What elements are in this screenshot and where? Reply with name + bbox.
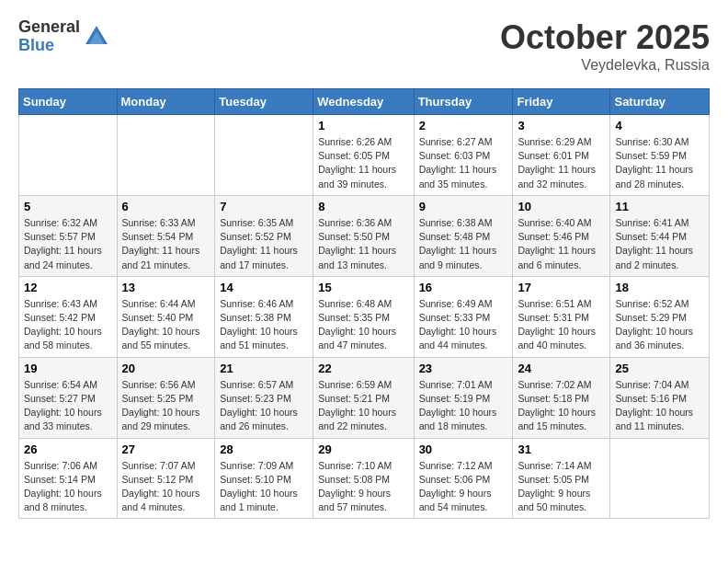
calendar-cell: 11Sunrise: 6:41 AM Sunset: 5:44 PM Dayli… (610, 195, 710, 276)
day-number: 30 (419, 442, 508, 456)
location: Veydelevka, Russia (500, 57, 710, 74)
calendar-cell: 29Sunrise: 7:10 AM Sunset: 5:08 PM Dayli… (313, 438, 414, 519)
day-info: Sunrise: 6:54 AM Sunset: 5:27 PM Dayligh… (24, 378, 112, 434)
calendar-cell: 31Sunrise: 7:14 AM Sunset: 5:05 PM Dayli… (513, 438, 610, 519)
day-number: 31 (518, 442, 605, 456)
weekday-header-thursday: Thursday (414, 89, 513, 115)
day-info: Sunrise: 6:27 AM Sunset: 6:03 PM Dayligh… (419, 135, 508, 191)
calendar-cell: 21Sunrise: 6:57 AM Sunset: 5:23 PM Dayli… (215, 357, 313, 438)
day-number: 15 (318, 281, 408, 294)
calendar-cell: 26Sunrise: 7:06 AM Sunset: 5:14 PM Dayli… (19, 438, 118, 519)
day-info: Sunrise: 7:09 AM Sunset: 5:10 PM Dayligh… (220, 459, 308, 515)
page-header: General Blue October 2025 Veydelevka, Ru… (18, 18, 710, 74)
weekday-header-monday: Monday (117, 89, 215, 115)
week-row-1: 1Sunrise: 6:26 AM Sunset: 6:05 PM Daylig… (19, 115, 710, 196)
day-info: Sunrise: 6:46 AM Sunset: 5:38 PM Dayligh… (220, 297, 308, 353)
day-info: Sunrise: 6:32 AM Sunset: 5:57 PM Dayligh… (24, 216, 112, 272)
day-number: 3 (518, 119, 605, 132)
calendar-cell: 7Sunrise: 6:35 AM Sunset: 5:52 PM Daylig… (215, 195, 313, 276)
calendar-cell: 14Sunrise: 6:46 AM Sunset: 5:38 PM Dayli… (215, 276, 313, 357)
day-info: Sunrise: 6:48 AM Sunset: 5:35 PM Dayligh… (318, 297, 408, 353)
calendar-cell: 30Sunrise: 7:12 AM Sunset: 5:06 PM Dayli… (414, 438, 513, 519)
day-info: Sunrise: 7:14 AM Sunset: 5:05 PM Dayligh… (518, 459, 605, 515)
calendar-header: SundayMondayTuesdayWednesdayThursdayFrid… (19, 89, 710, 115)
calendar-cell: 20Sunrise: 6:56 AM Sunset: 5:25 PM Dayli… (117, 357, 215, 438)
day-info: Sunrise: 7:12 AM Sunset: 5:06 PM Dayligh… (419, 459, 508, 515)
day-number: 5 (24, 200, 112, 213)
calendar-cell (610, 438, 710, 519)
logo-general-text: General (18, 18, 80, 37)
calendar-cell: 28Sunrise: 7:09 AM Sunset: 5:10 PM Dayli… (215, 438, 313, 519)
calendar-cell: 6Sunrise: 6:33 AM Sunset: 5:54 PM Daylig… (117, 195, 215, 276)
day-number: 19 (24, 362, 112, 375)
day-number: 6 (122, 200, 210, 213)
calendar-table: SundayMondayTuesdayWednesdayThursdayFrid… (18, 88, 710, 519)
day-info: Sunrise: 7:02 AM Sunset: 5:18 PM Dayligh… (518, 378, 605, 434)
week-row-3: 12Sunrise: 6:43 AM Sunset: 5:42 PM Dayli… (19, 276, 710, 357)
day-number: 14 (220, 281, 308, 294)
day-info: Sunrise: 6:49 AM Sunset: 5:33 PM Dayligh… (419, 297, 508, 353)
day-info: Sunrise: 7:04 AM Sunset: 5:16 PM Dayligh… (615, 378, 704, 434)
weekday-header-sunday: Sunday (19, 89, 118, 115)
day-info: Sunrise: 6:43 AM Sunset: 5:42 PM Dayligh… (24, 297, 112, 353)
day-number: 7 (220, 200, 308, 213)
day-info: Sunrise: 6:33 AM Sunset: 5:54 PM Dayligh… (122, 216, 210, 272)
weekday-header-tuesday: Tuesday (215, 89, 313, 115)
day-number: 17 (518, 281, 605, 294)
day-info: Sunrise: 7:06 AM Sunset: 5:14 PM Dayligh… (24, 459, 112, 515)
day-info: Sunrise: 6:36 AM Sunset: 5:50 PM Dayligh… (318, 216, 408, 272)
day-info: Sunrise: 6:29 AM Sunset: 6:01 PM Dayligh… (518, 135, 605, 191)
day-number: 20 (122, 362, 210, 375)
day-info: Sunrise: 6:44 AM Sunset: 5:40 PM Dayligh… (122, 297, 210, 353)
month-title: October 2025 (500, 18, 710, 57)
calendar-cell: 15Sunrise: 6:48 AM Sunset: 5:35 PM Dayli… (313, 276, 414, 357)
calendar-cell: 12Sunrise: 6:43 AM Sunset: 5:42 PM Dayli… (19, 276, 118, 357)
day-info: Sunrise: 6:40 AM Sunset: 5:46 PM Dayligh… (518, 216, 605, 272)
calendar-cell: 17Sunrise: 6:51 AM Sunset: 5:31 PM Dayli… (513, 276, 610, 357)
day-number: 22 (318, 362, 408, 375)
day-number: 1 (318, 119, 408, 132)
day-number: 28 (220, 442, 308, 456)
calendar-cell: 9Sunrise: 6:38 AM Sunset: 5:48 PM Daylig… (414, 195, 513, 276)
day-number: 12 (24, 281, 112, 294)
calendar-cell: 18Sunrise: 6:52 AM Sunset: 5:29 PM Dayli… (610, 276, 710, 357)
day-number: 18 (615, 281, 704, 294)
day-number: 25 (615, 362, 704, 375)
weekday-header-friday: Friday (513, 89, 610, 115)
day-number: 23 (419, 362, 508, 375)
day-number: 4 (615, 119, 704, 132)
week-row-5: 26Sunrise: 7:06 AM Sunset: 5:14 PM Dayli… (19, 438, 710, 519)
calendar-cell: 25Sunrise: 7:04 AM Sunset: 5:16 PM Dayli… (610, 357, 710, 438)
calendar-cell (215, 115, 313, 196)
day-info: Sunrise: 7:10 AM Sunset: 5:08 PM Dayligh… (318, 459, 408, 515)
day-info: Sunrise: 7:07 AM Sunset: 5:12 PM Dayligh… (122, 459, 210, 515)
day-number: 11 (615, 200, 704, 213)
day-number: 8 (318, 200, 408, 213)
day-number: 27 (122, 442, 210, 456)
title-block: October 2025 Veydelevka, Russia (500, 18, 710, 74)
day-info: Sunrise: 6:35 AM Sunset: 5:52 PM Dayligh… (220, 216, 308, 272)
calendar-cell: 1Sunrise: 6:26 AM Sunset: 6:05 PM Daylig… (313, 115, 414, 196)
day-number: 16 (419, 281, 508, 294)
day-number: 26 (24, 442, 112, 456)
week-row-4: 19Sunrise: 6:54 AM Sunset: 5:27 PM Dayli… (19, 357, 710, 438)
calendar-cell: 13Sunrise: 6:44 AM Sunset: 5:40 PM Dayli… (117, 276, 215, 357)
calendar-cell: 19Sunrise: 6:54 AM Sunset: 5:27 PM Dayli… (19, 357, 118, 438)
week-row-2: 5Sunrise: 6:32 AM Sunset: 5:57 PM Daylig… (19, 195, 710, 276)
calendar-cell: 24Sunrise: 7:02 AM Sunset: 5:18 PM Dayli… (513, 357, 610, 438)
day-info: Sunrise: 6:51 AM Sunset: 5:31 PM Dayligh… (518, 297, 605, 353)
calendar-cell: 10Sunrise: 6:40 AM Sunset: 5:46 PM Dayli… (513, 195, 610, 276)
day-number: 2 (419, 119, 508, 132)
day-number: 24 (518, 362, 605, 375)
day-number: 13 (122, 281, 210, 294)
calendar-body: 1Sunrise: 6:26 AM Sunset: 6:05 PM Daylig… (19, 115, 710, 519)
day-info: Sunrise: 6:59 AM Sunset: 5:21 PM Dayligh… (318, 378, 408, 434)
weekday-header-saturday: Saturday (610, 89, 710, 115)
calendar-cell: 8Sunrise: 6:36 AM Sunset: 5:50 PM Daylig… (313, 195, 414, 276)
calendar-cell: 23Sunrise: 7:01 AM Sunset: 5:19 PM Dayli… (414, 357, 513, 438)
calendar-cell: 5Sunrise: 6:32 AM Sunset: 5:57 PM Daylig… (19, 195, 118, 276)
day-info: Sunrise: 6:38 AM Sunset: 5:48 PM Dayligh… (419, 216, 508, 272)
calendar-cell: 16Sunrise: 6:49 AM Sunset: 5:33 PM Dayli… (414, 276, 513, 357)
weekday-header-row: SundayMondayTuesdayWednesdayThursdayFrid… (19, 89, 710, 115)
day-info: Sunrise: 7:01 AM Sunset: 5:19 PM Dayligh… (419, 378, 508, 434)
